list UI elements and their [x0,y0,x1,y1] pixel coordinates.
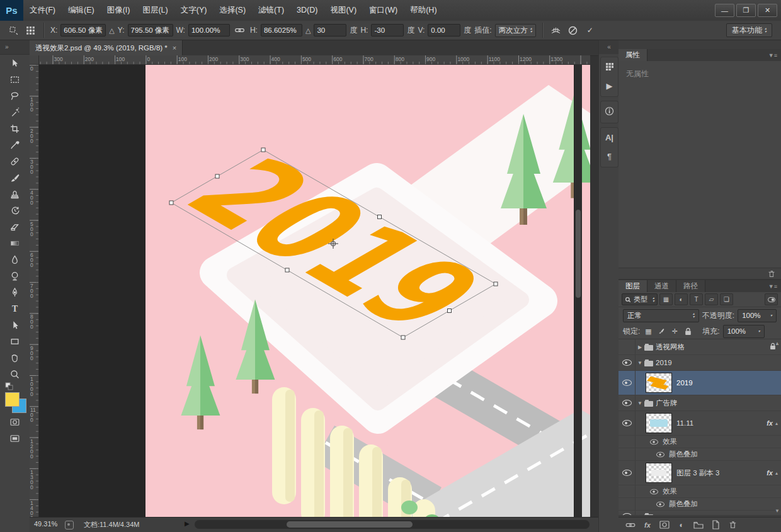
character-panel-icon[interactable]: A| [601,128,618,147]
layer-row-copy3[interactable]: 图层 3 副本 3 fx ▴ [619,461,781,485]
layer-row-1111[interactable]: 11.11 fx ▴ [619,411,781,436]
history-brush-tool[interactable] [0,202,30,218]
workspace-switcher[interactable]: 基本功能 ▴▾ [726,23,772,37]
filter-pixel-layers-icon[interactable]: ▦ [659,293,673,305]
vertical-scrollbar[interactable] [574,65,582,518]
tool-preset-picker[interactable] [6,24,20,37]
default-swatches-icon[interactable] [0,382,30,391]
menu-type[interactable]: 文字(Y) [174,0,214,21]
visibility-toggle[interactable] [619,355,636,370]
brush-presets-panel-icon[interactable] [601,57,618,76]
new-adjustment-layer-button[interactable]: ◐ [676,520,687,530]
blur-tool[interactable] [0,251,30,268]
eye-icon[interactable] [656,501,664,507]
effect-color-overlay-row[interactable]: 颜色叠加 [619,448,781,461]
link-dimensions-icon[interactable] [233,24,247,37]
link-layers-button[interactable] [625,520,636,530]
blend-mode-select[interactable]: 正常 ▴▾ [623,309,699,322]
lock-pixels-icon[interactable] [656,326,666,336]
menu-help[interactable]: 帮助(H) [404,0,443,21]
warp-mode-button[interactable] [549,24,563,37]
zoom-level-field[interactable]: 49.31% [34,520,57,528]
lock-position-icon[interactable]: ✛ [670,326,680,336]
ruler-origin-corner[interactable] [30,55,39,65]
menu-image[interactable]: 图像(I) [101,0,137,21]
quick-mask-mode-button[interactable] [0,414,30,430]
pen-tool[interactable] [0,284,30,300]
visibility-toggle[interactable] [619,339,636,354]
rectangle-shape-tool[interactable] [0,333,30,349]
layer-row-perspective-grid[interactable]: ▶ 透视网格 [619,339,781,355]
restore-button[interactable]: ❐ [736,4,756,17]
dock-expand-chevron-icon[interactable]: « [599,40,619,54]
actions-panel-icon[interactable]: ▶ [601,76,618,95]
document-tab[interactable]: 透视效果2.psd @ 49.3% (2019, RGB/8) * × [30,40,183,55]
canvas-viewport[interactable]: 2019 [39,65,590,518]
reference-point-locator[interactable] [23,24,37,37]
width-input[interactable] [188,24,230,37]
rectangular-marquee-tool[interactable] [0,71,30,88]
scroll-down-icon[interactable]: ▼ [775,508,780,514]
layer-thumbnail[interactable] [646,463,672,483]
ruler-vertical[interactable]: 0100200300400500600700800900100011001200… [30,65,39,518]
opacity-select[interactable]: 100% ▾ [738,309,777,322]
eye-icon[interactable] [650,439,658,444]
clone-stamp-tool[interactable] [0,186,30,202]
layer-row-group-2019[interactable]: ▼ 2019 [619,355,781,371]
paragraph-panel-icon[interactable]: ¶ [601,147,618,166]
ruler-horizontal[interactable]: 3002001000100200300400500600700800900100… [39,55,590,65]
menu-3d[interactable]: 3D(D) [290,0,324,21]
panel-menu-icon[interactable]: ▼≡ [768,283,781,290]
fx-collapse-icon[interactable]: ▴ [775,421,778,426]
height-input[interactable] [261,24,302,37]
filter-smart-objects-icon[interactable]: ❏ [720,293,733,305]
h-skew-input[interactable] [371,24,404,37]
new-group-button[interactable] [693,520,704,530]
eye-icon[interactable] [656,451,664,457]
info-panel-icon[interactable] [601,101,618,120]
brush-tool[interactable] [0,169,30,186]
visibility-toggle[interactable] [619,461,636,485]
canvas-artwork[interactable]: 2019 [145,65,590,518]
layer-row-group-billboard[interactable]: ▼ 广告牌 [619,395,781,411]
tab-channels[interactable]: 通道 [647,280,676,292]
menu-window[interactable]: 窗口(W) [363,0,404,21]
new-layer-button[interactable] [710,520,721,530]
chevron-right-icon[interactable]: ▶ [636,514,644,516]
crop-tool[interactable] [0,120,30,137]
lock-transparency-icon[interactable]: ▦ [643,326,653,336]
menu-edit[interactable]: 编辑(E) [62,0,101,21]
layer-thumbnail[interactable] [646,373,672,393]
filter-switch-toggle[interactable] [765,293,778,305]
minimize-button[interactable]: — [715,4,734,17]
filter-type-layers-icon[interactable]: T [690,293,703,305]
status-detail-arrow-icon[interactable]: ▶ [185,520,190,527]
effects-header-row[interactable]: 效果 [619,436,781,448]
healing-brush-tool[interactable] [0,153,30,169]
gradient-tool[interactable] [0,235,30,251]
menu-layer[interactable]: 图层(L) [136,0,174,21]
panel-menu-icon[interactable]: ▼≡ [768,52,781,59]
scroll-up-icon[interactable]: ▲ [775,341,780,346]
eyedropper-tool[interactable] [0,137,30,153]
toolbar-collapse-chevron-icon[interactable]: » [0,40,30,55]
effects-header-row[interactable]: 效果 [619,485,781,498]
path-selection-tool[interactable] [0,317,30,333]
horizontal-scrollbar-thumb[interactable] [287,521,413,528]
y-input[interactable] [128,24,173,37]
move-tool[interactable] [0,55,30,71]
lasso-tool[interactable] [0,88,30,104]
menu-select[interactable]: 选择(S) [213,0,252,21]
screen-mode-button[interactable] [0,430,30,446]
commit-transform-button[interactable]: ✓ [583,24,597,37]
add-layer-mask-button[interactable] [659,520,670,530]
menu-file[interactable]: 文件(F) [23,0,62,21]
vertical-scrollbar-thumb[interactable] [576,210,581,298]
lock-all-icon[interactable] [683,326,693,336]
zoom-tool[interactable] [0,366,30,382]
chevron-down-icon[interactable]: ▼ [636,400,644,406]
menu-filter[interactable]: 滤镜(T) [252,0,290,21]
fill-select[interactable]: 100% ▾ [723,325,765,338]
layer-filter-type-select[interactable]: 类型 ▴▾ [622,293,658,305]
filter-shape-layers-icon[interactable]: ▱ [705,293,718,305]
